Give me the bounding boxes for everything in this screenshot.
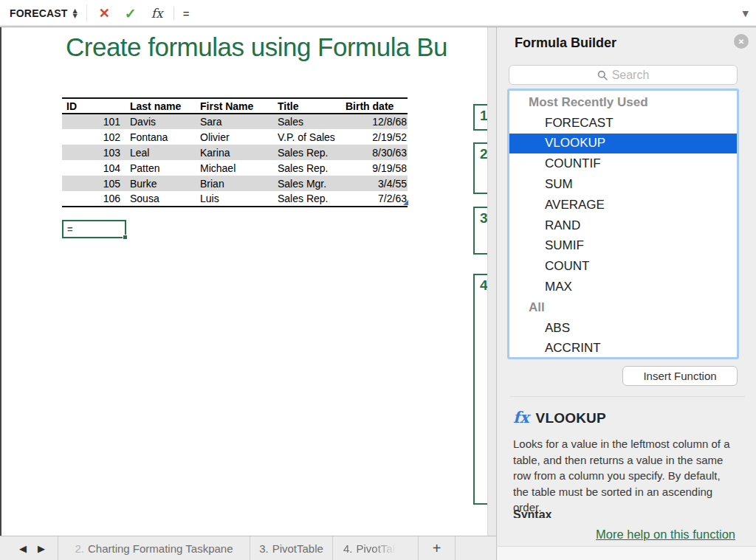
cell-last-name[interactable]: Fontana [126, 129, 196, 145]
function-detail-header: fx VLOOKUP [513, 408, 606, 426]
cell-birth-date[interactable]: 3/4/55 [341, 176, 408, 191]
add-sheet-button[interactable]: + [419, 536, 455, 560]
col-header-first-name[interactable]: First Name [196, 98, 273, 114]
insert-function-button[interactable]: Insert Function [622, 366, 738, 386]
cell-last-name[interactable]: Sousa [126, 191, 196, 207]
col-header-last-name[interactable]: Last name [126, 98, 196, 114]
list-item-sum[interactable]: SUM [509, 174, 737, 195]
cell-title[interactable]: Sales Mgr. [273, 176, 341, 191]
stepper-down-icon[interactable]: ▼ [73, 13, 78, 18]
function-list[interactable]: Most Recently Used FORECAST VLOOKUP COUN… [507, 89, 739, 359]
table-resize-handle[interactable] [403, 200, 408, 205]
worksheet-area[interactable]: Create formulas using Formula Bu ID Last… [0, 27, 487, 536]
fx-icon: fx [513, 408, 529, 426]
cell-first-name[interactable]: Michael [196, 160, 273, 176]
cell-birth-date[interactable]: 12/8/68 [341, 114, 408, 129]
sheet-tab-bar: ◀ ▶ 2. Charting Formating Taskpane 3. Pi… [0, 536, 496, 560]
search-icon [597, 70, 608, 80]
cell-title[interactable]: V.P. of Sales [273, 129, 341, 145]
cell-id[interactable]: 105 [62, 176, 126, 191]
cell-id[interactable]: 103 [62, 145, 126, 160]
cell-id[interactable]: 106 [62, 191, 126, 207]
table-row[interactable]: 103 Leal Karina Sales Rep. 8/30/63 [62, 145, 408, 160]
function-description: Looks for a value in the leftmost column… [513, 436, 737, 516]
cell-last-name[interactable]: Davis [126, 114, 196, 129]
function-name: VLOOKUP [536, 410, 606, 426]
close-icon[interactable]: ✕ [734, 34, 749, 49]
toolbar-divider [173, 7, 174, 20]
list-item-average[interactable]: AVERAGE [509, 195, 737, 215]
col-header-birth-date[interactable]: Birth date [341, 98, 408, 114]
sheet-tab-pivottable[interactable]: 3. PivotTable [250, 536, 332, 560]
formula-bar-expand-icon[interactable]: ▼ [743, 9, 749, 18]
formula-toolbar: FORECAST ▲ ▼ ✕ ✓ fx = ▼ [0, 0, 756, 27]
cell-first-name[interactable]: Brian [196, 176, 273, 191]
search-placeholder: Search [612, 69, 650, 82]
syntax-label-clipped: Syntax [513, 508, 587, 518]
cell-title[interactable]: Sales Rep. [273, 160, 341, 176]
cell-title[interactable]: Sales Rep. [273, 191, 341, 207]
sheet-tab-charting-formating-taskpane[interactable]: 2. Charting Formating Taskpane [58, 536, 250, 560]
step-box-3: 3 [473, 207, 487, 255]
list-item-max[interactable]: MAX [509, 277, 737, 297]
cell-birth-date[interactable]: 7/2/63 [341, 191, 408, 207]
employee-table[interactable]: ID Last name First Name Title Birth date… [62, 97, 408, 207]
formula-bar-content[interactable]: = [183, 7, 190, 20]
table-row[interactable]: 101 Davis Sara Sales 12/8/68 [62, 114, 408, 129]
cell-first-name[interactable]: Karina [196, 145, 273, 160]
step-box-2: 2 [473, 142, 487, 194]
toolbar-divider [86, 4, 87, 22]
panel-divider [510, 396, 745, 397]
cell-last-name[interactable]: Burke [126, 176, 196, 191]
cell-id[interactable]: 104 [62, 160, 126, 176]
cell-birth-date[interactable]: 8/30/63 [341, 145, 408, 160]
active-cell[interactable]: = [62, 220, 126, 238]
more-help-link[interactable]: More help on this function [596, 528, 735, 542]
table-row[interactable]: 104 Patten Michael Sales Rep. 9/19/58 [62, 160, 408, 176]
list-item-rand[interactable]: RAND [509, 215, 737, 236]
cell-last-name[interactable]: Leal [126, 145, 196, 160]
insert-function-icon[interactable]: fx [151, 6, 163, 21]
list-item-count[interactable]: COUNT [509, 256, 737, 277]
cell-id[interactable]: 102 [62, 129, 126, 145]
fill-handle[interactable] [123, 235, 128, 240]
name-box-stepper[interactable]: ▲ ▼ [73, 8, 78, 18]
list-item-vlookup-selected[interactable]: VLOOKUP [509, 134, 737, 154]
cell-first-name[interactable]: Sara [196, 114, 273, 129]
function-search-input[interactable]: Search [509, 65, 738, 85]
cell-first-name[interactable]: Luis [196, 191, 273, 207]
list-item-forecast[interactable]: FORECAST [509, 113, 737, 134]
list-item-sumif[interactable]: SUMIF [509, 236, 737, 257]
tab-divider [455, 536, 456, 560]
confirm-entry-button[interactable]: ✓ [125, 5, 137, 22]
cell-title[interactable]: Sales [273, 114, 341, 129]
table-header-row: ID Last name First Name Title Birth date [62, 98, 408, 114]
cell-first-name[interactable]: Olivier [196, 129, 273, 145]
table-row[interactable]: 105 Burke Brian Sales Mgr. 3/4/55 [62, 176, 408, 191]
cell-title[interactable]: Sales Rep. [273, 145, 341, 160]
window-left-edge [0, 27, 1, 536]
tab-number: 2. [75, 542, 84, 555]
name-box[interactable]: FORECAST [10, 7, 68, 19]
cell-birth-date[interactable]: 9/19/58 [341, 160, 408, 176]
next-sheet-icon[interactable]: ▶ [38, 543, 45, 554]
cell-birth-date[interactable]: 2/19/52 [341, 129, 408, 145]
table-row[interactable]: 102 Fontana Olivier V.P. of Sales 2/19/5… [62, 129, 408, 145]
tab-number: 4. [343, 542, 353, 555]
step-box-1: 1 [473, 104, 487, 131]
worksheet-scrollbar[interactable] [487, 27, 496, 536]
cell-last-name[interactable]: Patten [126, 160, 196, 176]
list-item-accrint[interactable]: ACCRINT [509, 339, 737, 359]
list-group-header: All [509, 297, 737, 318]
table-row[interactable]: 106 Sousa Luis Sales Rep. 7/2/63 [62, 191, 408, 207]
list-item-abs[interactable]: ABS [509, 318, 737, 339]
sheet-tab-pivottab[interactable]: 4. PivotTab [333, 536, 418, 560]
cancel-entry-button[interactable]: ✕ [99, 5, 110, 21]
step-box-4: 4 [473, 274, 487, 505]
col-header-id[interactable]: ID [62, 98, 126, 114]
list-group-header: Most Recently Used [509, 92, 737, 113]
prev-sheet-icon[interactable]: ◀ [19, 543, 27, 554]
cell-id[interactable]: 101 [62, 114, 126, 129]
list-item-countif[interactable]: COUNTIF [509, 153, 737, 174]
col-header-title[interactable]: Title [273, 98, 341, 114]
